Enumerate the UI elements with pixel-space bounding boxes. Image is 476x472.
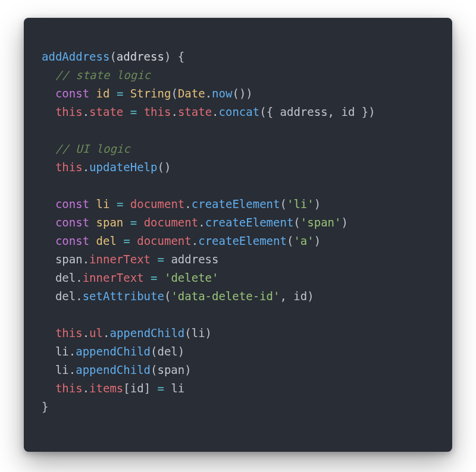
code-token — [42, 68, 55, 81]
code-token: = — [130, 216, 137, 229]
code-token: // state logic — [55, 68, 151, 81]
code-token — [42, 197, 55, 210]
code-token: = — [117, 197, 123, 210]
code-token: 'li' — [287, 197, 314, 210]
code-token — [117, 234, 123, 247]
code-line: // state logic — [42, 68, 151, 81]
code-token: ) — [314, 197, 321, 210]
code-token: . — [83, 382, 89, 395]
code-token: address — [117, 50, 164, 63]
code-token: 'data-delete-id' — [171, 290, 280, 303]
code-token: appendChild — [76, 345, 151, 358]
code-token: addAddress — [42, 50, 109, 63]
code-token: setAttribute — [83, 290, 164, 303]
code-token: ( — [109, 50, 116, 63]
code-token: this — [144, 105, 171, 118]
code-token — [89, 197, 96, 210]
code-line: } — [42, 400, 48, 413]
code-token: this — [55, 326, 83, 339]
code-token: ({ address, id }) — [259, 105, 375, 118]
code-token: this — [55, 105, 83, 118]
code-line: del.innerText = 'delete' — [42, 271, 218, 284]
code-token: ) { — [164, 50, 184, 63]
code-token: (li) — [184, 326, 212, 339]
code-token: document — [144, 216, 199, 229]
code-token: this — [55, 382, 83, 395]
code-token: 'delete' — [164, 271, 219, 284]
code-token — [137, 216, 143, 229]
code-token: = — [123, 234, 130, 247]
code-token: ( — [287, 234, 293, 247]
code-card: addAddress(address) { // state logic con… — [24, 18, 452, 452]
code-token: document — [130, 197, 185, 210]
code-token: const — [55, 216, 89, 229]
code-token: . — [198, 216, 205, 229]
code-line: li.appendChild(del) — [42, 345, 184, 358]
code-token: concat — [219, 105, 260, 118]
code-token: (del) — [151, 345, 184, 358]
code-token — [130, 234, 137, 247]
code-token — [144, 271, 151, 284]
code-token — [42, 234, 55, 247]
code-token: } — [42, 400, 48, 413]
code-token: . — [192, 234, 198, 247]
code-token: li. — [42, 345, 76, 358]
code-token: = — [117, 87, 123, 100]
code-token — [42, 326, 55, 339]
code-token: ( — [280, 197, 286, 210]
code-token: createElement — [198, 234, 287, 247]
code-line: // UI logic — [42, 142, 130, 155]
code-token — [42, 382, 55, 395]
code-token: ( — [164, 290, 171, 303]
code-token: = — [158, 382, 164, 395]
code-token — [42, 161, 55, 174]
code-line: this.state = this.state.concat({ address… — [42, 105, 375, 118]
code-token — [42, 105, 55, 118]
code-token — [151, 253, 157, 266]
code-line: const id = String(Date.now()) — [42, 87, 253, 100]
code-token — [123, 87, 130, 100]
code-token: address — [164, 253, 219, 266]
code-line: const del = document.createElement('a') — [42, 234, 321, 247]
code-token: ) — [314, 234, 321, 247]
code-token: , id) — [280, 290, 314, 303]
code-token: . — [83, 326, 89, 339]
code-token: span — [96, 216, 124, 229]
code-token: const — [55, 234, 89, 247]
code-token: = — [130, 105, 137, 118]
code-line: this.items[id] = li — [42, 382, 184, 395]
code-line: addAddress(address) { — [42, 50, 184, 63]
code-token — [137, 105, 143, 118]
code-token: . — [212, 105, 218, 118]
code-token: [id] — [123, 382, 157, 395]
code-token — [89, 216, 96, 229]
code-token — [123, 216, 130, 229]
code-token: 'a' — [293, 234, 314, 247]
code-token: document — [137, 234, 192, 247]
code-token: updateHelp — [89, 161, 157, 174]
code-line: this.ul.appendChild(li) — [42, 326, 212, 339]
code-line: this.updateHelp() — [42, 161, 171, 174]
code-token: const — [55, 197, 89, 210]
code-token: id — [96, 87, 110, 100]
code-token: ul — [89, 326, 103, 339]
code-token: String — [130, 87, 171, 100]
code-token: ()) — [232, 87, 252, 100]
code-block: addAddress(address) { // state logic con… — [42, 48, 434, 416]
code-token: . — [103, 326, 109, 339]
code-token — [123, 105, 130, 118]
code-line: span.innerText = address — [42, 253, 218, 266]
code-token: ( — [293, 216, 300, 229]
code-token: this — [55, 161, 83, 174]
code-token — [42, 142, 55, 155]
code-token: createElement — [205, 216, 294, 229]
code-token: del. — [42, 290, 83, 303]
code-token: state — [89, 105, 123, 118]
code-token: . — [83, 105, 89, 118]
code-token — [123, 197, 130, 210]
code-token: span. — [42, 253, 89, 266]
code-token: () — [158, 161, 171, 174]
code-token: appendChild — [109, 326, 184, 339]
code-line: li.appendChild(span) — [42, 363, 192, 376]
code-token: . — [184, 197, 191, 210]
